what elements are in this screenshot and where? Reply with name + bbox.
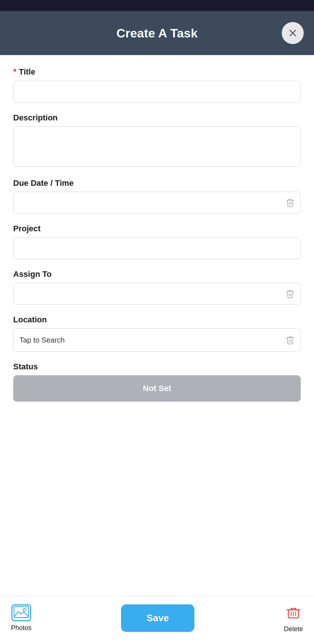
- bottom-spacer: [0, 581, 314, 596]
- assign-to-label: Assign To: [13, 269, 301, 279]
- location-trash-icon[interactable]: [285, 335, 295, 345]
- due-date-label: Due Date / Time: [13, 178, 301, 188]
- svg-rect-2: [14, 607, 29, 618]
- location-wrapper: Tap to Search: [13, 328, 301, 352]
- delete-label: Delete: [284, 625, 303, 633]
- photos-button[interactable]: Photos: [11, 604, 32, 632]
- status-label: Status: [13, 362, 301, 372]
- form-content: * Title Description Due Date / Time: [0, 55, 314, 581]
- description-label: Description: [13, 113, 301, 123]
- required-star: *: [13, 67, 17, 77]
- title-input[interactable]: [13, 81, 301, 103]
- due-date-wrapper: [13, 192, 301, 214]
- photos-icon: [11, 604, 31, 621]
- project-input[interactable]: [13, 237, 301, 259]
- description-input[interactable]: [13, 126, 301, 167]
- description-field-group: Description: [13, 113, 301, 168]
- title-label: * Title: [13, 67, 301, 77]
- save-button[interactable]: Save: [121, 604, 194, 632]
- location-input[interactable]: Tap to Search: [13, 328, 301, 352]
- due-date-field-group: Due Date / Time: [13, 178, 301, 214]
- location-placeholder: Tap to Search: [19, 336, 65, 344]
- project-label: Project: [13, 224, 301, 234]
- project-field-group: Project: [13, 224, 301, 259]
- modal-header: Create A Task: [0, 11, 314, 55]
- bottom-toolbar: Photos Save Delete: [0, 596, 314, 644]
- assign-to-field-group: Assign To: [13, 269, 301, 305]
- close-icon: [288, 28, 297, 38]
- assign-to-wrapper: [13, 283, 301, 305]
- assign-to-trash-icon[interactable]: [285, 289, 295, 299]
- photos-label: Photos: [11, 624, 32, 632]
- close-button[interactable]: [282, 22, 304, 44]
- due-date-trash-icon[interactable]: [285, 198, 295, 207]
- location-field-group: Location Tap to Search: [13, 315, 301, 352]
- top-status-bar: [0, 0, 314, 11]
- status-button[interactable]: Not Set: [13, 375, 301, 402]
- assign-to-input[interactable]: [13, 283, 301, 305]
- location-label: Location: [13, 315, 301, 325]
- status-field-group: Status Not Set: [13, 362, 301, 402]
- delete-button[interactable]: Delete: [284, 603, 303, 633]
- page-title: Create A Task: [116, 26, 198, 40]
- title-field-group: * Title: [13, 67, 301, 103]
- delete-icon: [284, 603, 303, 622]
- due-date-input[interactable]: [13, 192, 301, 214]
